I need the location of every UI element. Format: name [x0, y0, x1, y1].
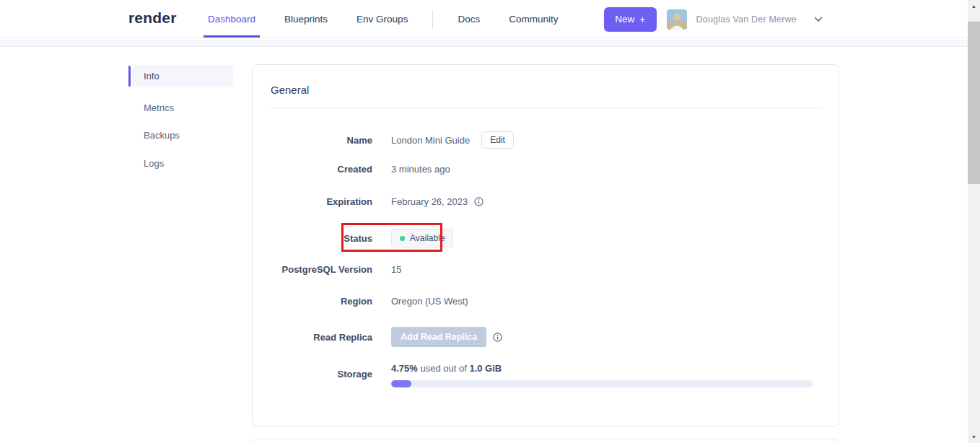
new-button[interactable]: New + — [604, 7, 656, 32]
status-label: Status — [253, 233, 372, 244]
status-dot-icon — [400, 236, 405, 241]
status-value: Available — [391, 229, 453, 247]
scrollbar-down-icon[interactable]: ▼ — [968, 431, 980, 443]
nav-divider — [432, 10, 433, 29]
nav-right-group: New + Douglas Van Der Merwe — [604, 0, 823, 38]
storage-used-percent: 4.75% — [391, 363, 418, 374]
chevron-down-icon[interactable] — [814, 17, 823, 22]
read-replica-label: Read Replica — [253, 332, 372, 343]
nav-env-groups[interactable]: Env Groups — [352, 1, 412, 38]
region-label: Region — [253, 296, 372, 307]
expiration-row: Expiration February 26, 2023 — [253, 196, 484, 207]
storage-used-middle: used out of — [418, 363, 470, 374]
storage-progress-track — [391, 380, 813, 387]
postgresql-version-row: PostgreSQL Version 15 — [253, 264, 401, 275]
sidebar-item-metrics[interactable]: Metrics — [132, 97, 233, 119]
subnav-band — [0, 40, 968, 47]
name-value: London Mini Guide Edit — [391, 131, 514, 149]
postgresql-version-value: 15 — [391, 264, 401, 275]
read-replica-row: Read Replica Add Read Replica — [253, 327, 502, 347]
status-badge: Available — [391, 229, 453, 247]
postgresql-version-label: PostgreSQL Version — [253, 264, 372, 275]
plus-icon: + — [639, 14, 645, 25]
top-navigation: render Dashboard Blueprints Env Groups D… — [0, 0, 968, 38]
general-card: General Name London Mini Guide Edit Crea… — [252, 64, 839, 427]
scrollbar-thumb[interactable] — [968, 22, 980, 184]
expiration-value-text: February 26, 2023 — [391, 196, 468, 207]
region-value: Oregon (US West) — [391, 296, 468, 307]
user-name[interactable]: Douglas Van Der Merwe — [696, 14, 797, 25]
storage-progress-fill — [391, 380, 411, 387]
nav-dashboard[interactable]: Dashboard — [204, 1, 260, 38]
storage-label: Storage — [253, 369, 372, 380]
created-value: 3 minutes ago — [391, 164, 450, 175]
page: render Dashboard Blueprints Env Groups D… — [0, 0, 980, 443]
sidebar-item-info[interactable]: Info — [132, 65, 233, 87]
storage-block: 4.75% used out of 1.0 GiB — [391, 363, 813, 387]
nav-links: Dashboard Blueprints Env Groups Docs Com… — [204, 0, 562, 38]
card-title: General — [271, 84, 309, 96]
sidebar-item-logs[interactable]: Logs — [132, 152, 233, 175]
nav-blueprints[interactable]: Blueprints — [280, 1, 332, 38]
status-row: Status Available — [253, 229, 453, 247]
edit-button[interactable]: Edit — [481, 131, 514, 149]
card-divider — [271, 108, 821, 108]
add-read-replica-button[interactable]: Add Read Replica — [391, 327, 486, 347]
scrollbar-up-icon[interactable]: ▲ — [968, 0, 980, 12]
created-row: Created 3 minutes ago — [253, 164, 450, 175]
avatar-image — [667, 9, 687, 30]
nav-community[interactable]: Community — [504, 1, 562, 38]
read-replica-info-icon[interactable] — [493, 333, 502, 342]
created-label: Created — [253, 164, 372, 175]
name-row: Name London Mini Guide Edit — [253, 131, 514, 149]
name-label: Name — [253, 135, 372, 146]
next-card-top-edge — [252, 439, 839, 443]
nav-docs[interactable]: Docs — [453, 1, 484, 38]
expiration-info-icon[interactable] — [474, 197, 484, 206]
name-value-text: London Mini Guide — [391, 135, 470, 146]
user-avatar[interactable] — [667, 9, 687, 30]
status-badge-text: Available — [410, 233, 445, 243]
vertical-scrollbar[interactable]: ▲ ▼ — [968, 0, 980, 443]
expiration-value: February 26, 2023 — [391, 196, 484, 207]
read-replica-value: Add Read Replica — [391, 327, 502, 347]
storage-usage-text: 4.75% used out of 1.0 GiB — [391, 363, 813, 374]
region-row: Region Oregon (US West) — [253, 296, 468, 307]
sidebar-item-backups[interactable]: Backups — [132, 124, 233, 146]
storage-total: 1.0 GiB — [469, 363, 502, 374]
new-button-label: New — [615, 14, 634, 25]
expiration-label: Expiration — [253, 196, 372, 207]
render-logo[interactable]: render — [128, 9, 177, 27]
